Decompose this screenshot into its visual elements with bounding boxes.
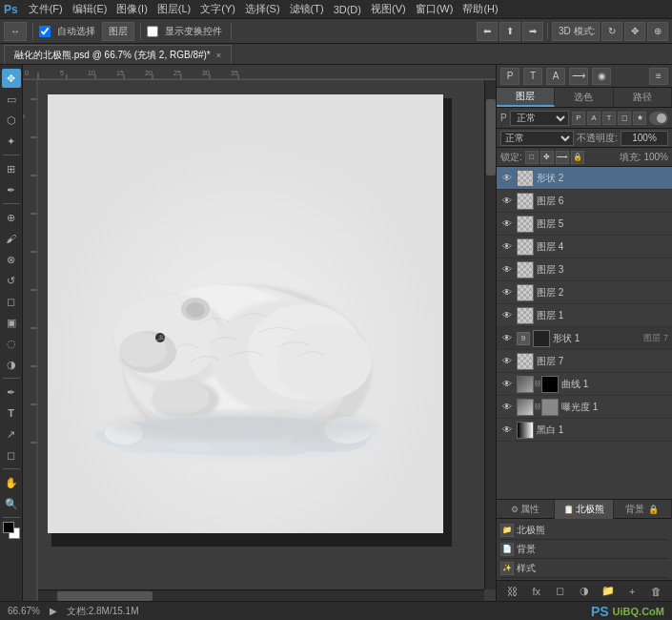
- magic-wand-tool[interactable]: ✦: [2, 132, 21, 151]
- layer-item-7[interactable]: 👁 图层 7: [497, 350, 672, 373]
- eye-curve1[interactable]: 👁: [500, 378, 514, 391]
- menu-image[interactable]: 图像(I): [112, 2, 152, 16]
- 3d-rotate-btn[interactable]: ↻: [601, 22, 622, 41]
- eye-layer7[interactable]: 👁: [500, 355, 514, 368]
- tab-layers[interactable]: 图层: [497, 88, 555, 107]
- panel-menu-btn[interactable]: ≡: [649, 68, 668, 85]
- align-center-btn[interactable]: ⬆: [499, 22, 520, 41]
- layer-style-btn[interactable]: fx: [528, 584, 545, 599]
- scrollbar-v-thumb[interactable]: [486, 99, 496, 176]
- eye-shape1[interactable]: 👁: [500, 332, 514, 345]
- menu-text[interactable]: 文字(Y): [195, 2, 240, 16]
- lock-transparent-icon[interactable]: □: [525, 151, 539, 164]
- panel-icon-1[interactable]: P: [500, 68, 519, 85]
- tab-bear[interactable]: 📋 北极熊: [555, 500, 613, 519]
- layer-item-3[interactable]: 👁 图层 3: [497, 258, 672, 281]
- shape-tool[interactable]: ◻: [2, 445, 21, 465]
- menu-select[interactable]: 选择(S): [240, 2, 285, 16]
- layer-new-btn[interactable]: +: [623, 584, 641, 599]
- menu-help[interactable]: 帮助(H): [458, 2, 502, 16]
- filter-shape-icon[interactable]: ◻: [618, 112, 631, 125]
- eye-layer6[interactable]: 👁: [500, 195, 514, 208]
- filter-pixel-icon[interactable]: P: [572, 112, 585, 125]
- filter-adjust-icon[interactable]: A: [587, 112, 601, 125]
- transform-checkbox[interactable]: [147, 26, 158, 37]
- layer-link-btn[interactable]: ⛓: [504, 584, 521, 599]
- bottom-row-style[interactable]: ✨ 样式: [500, 559, 668, 578]
- filter-smart-icon[interactable]: ★: [633, 112, 646, 125]
- hand-tool[interactable]: ✋: [2, 473, 21, 492]
- tab-close-btn[interactable]: ×: [216, 51, 221, 60]
- eye-shape2[interactable]: 👁: [500, 172, 514, 185]
- scrollbar-h-thumb[interactable]: [57, 591, 153, 601]
- panel-icon-3[interactable]: A: [546, 68, 565, 85]
- auto-select-checkbox[interactable]: [39, 26, 51, 37]
- panel-icon-4[interactable]: ⟶: [569, 68, 588, 85]
- layer-group-btn[interactable]: 📁: [600, 584, 617, 599]
- scrollbar-vertical[interactable]: [484, 80, 496, 589]
- menu-filter[interactable]: 滤镜(T): [285, 2, 329, 16]
- tab-properties[interactable]: ⚙ 属性: [497, 500, 555, 519]
- layer-mask-btn[interactable]: ◻: [552, 584, 569, 599]
- layer-item-1[interactable]: 👁 图层 1: [497, 304, 672, 327]
- eye-layer4[interactable]: 👁: [500, 240, 514, 254]
- 3d-pan-btn[interactable]: ✥: [624, 22, 645, 41]
- pen-tool[interactable]: ✒: [2, 382, 21, 402]
- eye-layer3[interactable]: 👁: [500, 263, 514, 277]
- color-swatch[interactable]: [3, 522, 20, 539]
- eyedropper-tool[interactable]: ✒: [2, 180, 21, 199]
- align-left-btn[interactable]: ⬅: [477, 22, 498, 41]
- zoom-tool[interactable]: 🔍: [2, 494, 21, 513]
- gradient-tool[interactable]: ▣: [2, 313, 21, 332]
- eye-layer2[interactable]: 👁: [500, 286, 514, 300]
- brush-tool[interactable]: 🖌: [2, 229, 21, 248]
- bottom-row-bg[interactable]: 📄 背景: [500, 540, 668, 559]
- dodge-tool[interactable]: ◑: [2, 355, 21, 374]
- menu-view[interactable]: 视图(V): [366, 2, 411, 16]
- tab-color[interactable]: 选色: [555, 88, 613, 107]
- lock-all-icon[interactable]: 🔒: [571, 151, 584, 164]
- panel-icon-2[interactable]: T: [523, 68, 542, 85]
- layer-item-2[interactable]: 👁 图层 2: [497, 281, 672, 304]
- eye-bw1[interactable]: 👁: [500, 424, 514, 437]
- layer-item-6[interactable]: 👁 图层 6: [497, 190, 672, 213]
- menu-layer[interactable]: 图层(L): [153, 2, 195, 16]
- lock-pixels-icon[interactable]: ✤: [540, 151, 554, 164]
- layer-delete-btn[interactable]: 🗑: [647, 584, 664, 599]
- healing-tool[interactable]: ⊕: [2, 208, 21, 227]
- opacity-input[interactable]: [621, 131, 668, 146]
- foreground-color-swatch[interactable]: [3, 522, 14, 533]
- menu-edit[interactable]: 编辑(E): [68, 2, 112, 16]
- blend-mode-select[interactable]: 正常: [500, 131, 574, 146]
- text-tool[interactable]: T: [2, 403, 21, 423]
- layer-item-exposure1[interactable]: 👁 ⛓ 曝光度 1: [497, 396, 672, 419]
- menu-3d[interactable]: 3D(D): [329, 4, 366, 15]
- layer-item-curve1[interactable]: 👁 ⛓ 曲线 1: [497, 373, 672, 396]
- path-select-tool[interactable]: ↗: [2, 424, 21, 444]
- tab-bg[interactable]: 背景 🔒: [614, 500, 672, 519]
- eye-layer1[interactable]: 👁: [500, 309, 514, 322]
- eye-layer5[interactable]: 👁: [500, 217, 514, 231]
- lasso-tool[interactable]: ⬡: [2, 111, 21, 130]
- layer-item-shape2[interactable]: 👁 形状 2: [497, 167, 672, 190]
- bottom-row-bear[interactable]: 📁 北极熊: [500, 521, 668, 540]
- filter-type-icon[interactable]: T: [602, 112, 616, 125]
- menu-window[interactable]: 窗口(W): [411, 2, 458, 16]
- scrollbar-horizontal[interactable]: [38, 589, 484, 601]
- tab-paths[interactable]: 路径: [614, 88, 672, 107]
- layer-item-4[interactable]: 👁 图层 4: [497, 236, 672, 258]
- eye-exposure1[interactable]: 👁: [500, 401, 514, 414]
- layer-item-5[interactable]: 👁 图层 5: [497, 213, 672, 236]
- move-tool[interactable]: ✥: [2, 69, 21, 88]
- 3d-mode-label[interactable]: 3D 模式:: [552, 22, 600, 41]
- blur-tool[interactable]: ◌: [2, 334, 21, 353]
- history-brush-tool[interactable]: ↺: [2, 271, 21, 290]
- move-tool-btn[interactable]: ↔: [4, 22, 27, 41]
- menu-file[interactable]: 文件(F): [24, 2, 68, 16]
- clone-tool[interactable]: ⊗: [2, 250, 21, 269]
- 3d-zoom-btn[interactable]: ⊕: [647, 22, 668, 41]
- filter-toggle[interactable]: [649, 112, 668, 125]
- eraser-tool[interactable]: ◻: [2, 292, 21, 311]
- layer-adjust-btn[interactable]: ◑: [576, 584, 593, 599]
- panel-icon-5[interactable]: ◉: [592, 68, 611, 85]
